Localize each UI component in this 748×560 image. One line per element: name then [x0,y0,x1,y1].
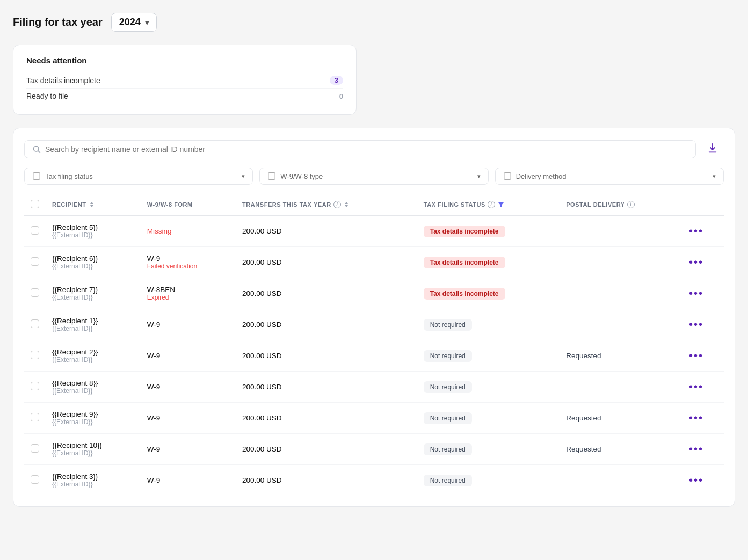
status-badge-not-required: Not required [424,475,472,486]
row-checkbox[interactable] [31,413,39,421]
recipient-external-id: {{External ID}} [52,481,134,488]
row-actions[interactable]: ••• [682,434,724,465]
row-actions[interactable]: ••• [682,278,724,309]
more-actions-button[interactable]: ••• [689,474,703,486]
recipient-name: {{Recipient 10}} [52,441,134,449]
row-checkbox[interactable] [31,288,39,297]
row-postal: Requested [560,340,682,372]
recipient-external-id: {{External ID}} [52,294,134,301]
row-actions[interactable]: ••• [682,465,724,496]
row-actions[interactable]: ••• [682,215,724,247]
recipient-name: {{Recipient 8}} [52,379,134,387]
row-checkbox-cell [24,403,46,434]
more-actions-button[interactable]: ••• [689,350,703,362]
row-checkbox[interactable] [31,382,39,390]
download-button[interactable] [701,139,724,159]
row-recipient: {{Recipient 8}} {{External ID}} [46,372,141,403]
attention-row-incomplete[interactable]: Tax details incomplete 3 [26,72,343,88]
more-actions-button[interactable]: ••• [689,443,703,455]
attention-card: Needs attention Tax details incomplete 3… [13,45,357,115]
form-expired: Expired [147,294,229,301]
recipient-name: {{Recipient 6}} [52,254,134,263]
row-checkbox[interactable] [31,226,39,235]
more-actions-button[interactable]: ••• [689,318,703,331]
form-name: W-9 [147,254,229,263]
search-input[interactable] [45,145,688,154]
filter-w9-label: W-9/W-8 type [280,172,323,180]
row-postal [560,372,682,403]
sort-icon[interactable] [89,201,95,208]
transfer-amount: 200.00 USD [242,227,282,235]
filter-delivery-method[interactable]: Delivery method ▾ [495,168,724,185]
row-postal [560,465,682,496]
row-status: Not required [417,403,560,434]
more-actions-button[interactable]: ••• [689,381,703,393]
info-icon[interactable]: i [488,201,495,208]
recipient-external-id: {{External ID}} [52,387,134,395]
row-checkbox[interactable] [31,319,39,328]
form-name: W-9 [147,476,161,484]
row-checkbox[interactable] [31,351,39,359]
table-body: {{Recipient 5}} {{External ID}} Missing2… [24,215,724,496]
attention-card-title: Needs attention [26,56,343,65]
more-actions-button[interactable]: ••• [689,412,703,424]
info-icon[interactable]: i [333,201,341,208]
info-icon[interactable]: i [627,201,635,208]
table-row: {{Recipient 1}} {{External ID}} W-9200.0… [24,309,724,340]
row-status: Not required [417,465,560,496]
postal-value: Requested [566,445,601,453]
more-actions-button[interactable]: ••• [689,287,703,300]
transfer-amount: 200.00 USD [242,352,282,360]
table-row: {{Recipient 10}} {{External ID}} W-9200.… [24,434,724,465]
row-form: W-9Failed verification [141,247,236,278]
row-form: W-9 [141,403,236,434]
row-form: W-9 [141,309,236,340]
chevron-down-icon: ▾ [145,18,149,27]
row-form: W-9 [141,340,236,372]
more-actions-button[interactable]: ••• [689,256,703,268]
row-actions[interactable]: ••• [682,403,724,434]
row-checkbox-cell [24,340,46,372]
status-badge-not-required: Not required [424,350,472,362]
row-actions[interactable]: ••• [682,247,724,278]
table-header: RECIPIENT W-9/W-8 FORM TRANSFERS THIS TA… [24,194,724,215]
row-transfers: 200.00 USD [236,340,417,372]
row-status: Not required [417,309,560,340]
filter-delivery-label: Delivery method [516,172,567,180]
row-postal [560,215,682,247]
postal-value: Requested [566,414,601,422]
status-badge-not-required: Not required [424,443,472,455]
attention-label-ready: Ready to file [26,92,68,100]
row-actions[interactable]: ••• [682,340,724,372]
col-header-status: TAX FILING STATUS i [417,194,560,215]
row-checkbox-cell [24,309,46,340]
row-transfers: 200.00 USD [236,403,417,434]
more-actions-button[interactable]: ••• [689,225,703,237]
transfer-amount: 200.00 USD [242,445,282,453]
attention-count-ready: 0 [339,92,343,100]
recipient-name: {{Recipient 3}} [52,472,134,481]
select-all-checkbox[interactable] [31,200,39,208]
status-badge-not-required: Not required [424,381,472,393]
recipient-external-id: {{External ID}} [52,418,134,426]
filter-tax-filing-status[interactable]: Tax filing status ▾ [24,168,253,185]
table-row: {{Recipient 2}} {{External ID}} W-9200.0… [24,340,724,372]
attention-row-ready[interactable]: Ready to file 0 [26,88,343,104]
sort-icon[interactable] [343,201,350,208]
form-failed: Failed verification [147,263,229,270]
search-icon [32,145,41,154]
year-selector[interactable]: 2024 ▾ [111,13,157,32]
filter-w9-type[interactable]: W-9/W-8 type ▾ [259,168,488,185]
row-actions[interactable]: ••• [682,372,724,403]
recipient-external-id: {{External ID}} [52,325,134,332]
row-actions[interactable]: ••• [682,309,724,340]
row-checkbox[interactable] [31,257,39,266]
row-form: W-9 [141,465,236,496]
transfer-amount: 200.00 USD [242,258,282,266]
transfer-amount: 200.00 USD [242,476,282,484]
row-checkbox[interactable] [31,475,39,484]
filter-active-icon[interactable] [497,201,505,208]
row-checkbox[interactable] [31,444,39,453]
col-header-checkbox[interactable] [24,194,46,215]
chevron-down-icon: ▾ [242,173,245,180]
